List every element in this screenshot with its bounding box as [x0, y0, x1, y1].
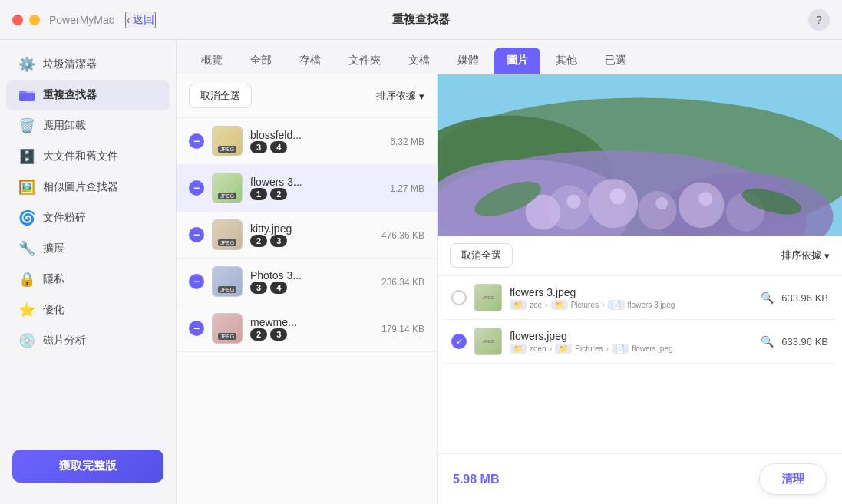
- total-size: 5.98 MB: [453, 473, 499, 486]
- content-body: 取消全選 排序依據 ▾ JPEG: [177, 74, 842, 504]
- list-item[interactable]: JPEG flowers 3... 1 2 1.27 MB: [177, 165, 437, 212]
- tab-other[interactable]: 其他: [543, 48, 589, 74]
- sort-button[interactable]: 排序依據 ▾: [376, 89, 424, 103]
- titlebar: PowerMyMac ‹ 返回 重複查找器 ?: [0, 0, 842, 40]
- list-item[interactable]: JPEG Photos 3... 3 4 236.34 KB: [177, 259, 437, 305]
- sidebar-item-app-uninstaller[interactable]: 🗑️ 應用卸載: [6, 110, 170, 141]
- list-item[interactable]: JPEG mewme... 2 3 179.14 KB: [177, 305, 437, 352]
- sidebar-item-similar-images[interactable]: 🖼️ 相似圖片查找器: [6, 172, 170, 203]
- sidebar-item-label: 擴展: [43, 242, 64, 255]
- tab-media[interactable]: 媒體: [445, 48, 491, 74]
- path-text: Pictures: [571, 301, 599, 309]
- chevron-left-icon: ‹: [127, 14, 130, 26]
- disk-icon: 💿: [18, 332, 35, 349]
- badge: 3: [270, 328, 287, 341]
- svg-point-15: [610, 189, 626, 205]
- file-info: flowers 3... 1 2: [250, 176, 382, 200]
- checkbox[interactable]: [451, 334, 467, 349]
- main-layout: ⚙️ 垃圾清潔器 重複查找器 🗑️ 應用卸載 🗄️ 大文件和舊文件 🖼️ 相似圖: [0, 40, 842, 504]
- preview-sort-button[interactable]: 排序依據 ▾: [781, 249, 830, 262]
- svg-point-10: [638, 191, 676, 229]
- path-segment: 📁: [555, 344, 572, 354]
- help-button[interactable]: ?: [808, 9, 830, 31]
- sidebar-item-privacy[interactable]: 🔒 隱私: [6, 264, 170, 295]
- sidebar-item-junk-cleaner[interactable]: ⚙️ 垃圾清潔器: [6, 49, 170, 80]
- svg-point-16: [655, 197, 668, 209]
- preview-list-item[interactable]: JPEG flowers.jpeg 📁 zoen › 📁 Pictures ›: [444, 320, 836, 364]
- chevron-down-icon: ▾: [824, 250, 830, 262]
- deselect-icon[interactable]: [189, 274, 204, 289]
- path-segment: 📄: [608, 300, 625, 310]
- preview-deselect-all-button[interactable]: 取消全選: [450, 243, 513, 268]
- tab-document[interactable]: 文檔: [396, 48, 442, 74]
- deselect-icon[interactable]: [189, 180, 204, 196]
- sidebar-item-label: 大文件和舊文件: [43, 150, 118, 163]
- sidebar-item-label: 隱私: [43, 272, 64, 286]
- tab-all[interactable]: 全部: [238, 48, 284, 74]
- deselect-icon[interactable]: [189, 133, 204, 149]
- file-name: flowers 3...: [250, 176, 382, 188]
- sidebar-item-large-files[interactable]: 🗄️ 大文件和舊文件: [6, 141, 170, 172]
- preview-thumbnail: JPEG: [474, 328, 502, 355]
- tab-overview[interactable]: 概覽: [189, 48, 235, 74]
- file-thumbnail: JPEG: [212, 126, 243, 156]
- tab-images[interactable]: 圖片: [494, 48, 540, 74]
- badge-group: 2 3: [250, 235, 374, 247]
- search-icon[interactable]: 🔍: [761, 292, 774, 304]
- tab-folder[interactable]: 文件夾: [336, 48, 393, 74]
- traffic-lights: [12, 15, 40, 25]
- folder-icon: [18, 87, 35, 104]
- sidebar-item-label: 垃圾清潔器: [43, 58, 97, 71]
- tab-archive[interactable]: 存檔: [287, 48, 333, 74]
- preview-panel: 取消全選 排序依據 ▾ JPEG flower: [438, 74, 842, 504]
- sidebar-item-disk-analysis[interactable]: 💿 磁片分析: [6, 325, 170, 356]
- file-size: 236.34 KB: [381, 277, 424, 288]
- minimize-button[interactable]: [29, 15, 40, 25]
- app-name: PowerMyMac: [49, 14, 114, 26]
- preview-image: [438, 74, 842, 236]
- sidebar-item-optimize[interactable]: ⭐ 優化: [6, 295, 170, 325]
- deselect-icon[interactable]: [189, 227, 204, 242]
- sidebar-item-extensions[interactable]: 🔧 擴展: [6, 233, 170, 264]
- back-button[interactable]: ‹ 返回: [125, 12, 157, 28]
- preview-file-info: flowers 3.jpeg 📁 zoe › 📁 Pictures › 📄 fl…: [510, 286, 753, 310]
- badge: 3: [270, 235, 287, 247]
- badge: 3: [250, 141, 267, 153]
- window-title: 重複查找器: [392, 12, 450, 27]
- preview-file-name: flowers.jpeg: [510, 330, 753, 342]
- list-item[interactable]: JPEG kitty.jpeg 2 3 476.36 KB: [177, 212, 437, 259]
- badge: 3: [250, 282, 267, 294]
- path-text: flowers.jpeg: [632, 344, 672, 353]
- file-thumbnail: JPEG: [212, 266, 243, 297]
- sidebar-item-duplicate-finder[interactable]: 重複查找器: [6, 80, 170, 110]
- path-text: zoen: [530, 344, 546, 353]
- checkbox[interactable]: [451, 290, 467, 305]
- svg-point-14: [566, 195, 580, 209]
- tab-selected[interactable]: 已選: [593, 48, 639, 74]
- path-text: zoe: [530, 301, 542, 309]
- list-item[interactable]: JPEG blossfeld... 3 4 6.32 MB: [177, 118, 437, 165]
- content-area: 概覽 全部 存檔 文件夾 文檔 媒體 圖片 其他 已選 取消全選 排序依據 ▾: [177, 40, 842, 504]
- preview-toolbar: 取消全選 排序依據 ▾: [438, 236, 842, 276]
- file-thumbnail: JPEG: [212, 219, 243, 250]
- search-icon[interactable]: 🔍: [761, 335, 774, 348]
- svg-point-9: [589, 179, 638, 228]
- file-info: blossfeld... 3 4: [250, 129, 382, 153]
- deselect-icon[interactable]: [189, 321, 204, 336]
- badge: 1: [250, 188, 267, 200]
- file-name: blossfeld...: [250, 129, 382, 141]
- file-info: Photos 3... 3 4: [250, 269, 374, 294]
- close-button[interactable]: [12, 15, 23, 25]
- sidebar-item-label: 應用卸載: [43, 119, 86, 133]
- deselect-all-button[interactable]: 取消全選: [189, 84, 252, 108]
- get-full-version-button[interactable]: 獲取完整版: [12, 450, 163, 483]
- preview-list-item[interactable]: JPEG flowers 3.jpeg 📁 zoe › 📁 Pictures ›: [444, 276, 836, 320]
- list-toolbar: 取消全選 排序依據 ▾: [177, 74, 437, 118]
- preview-file-list: JPEG flowers 3.jpeg 📁 zoe › 📁 Pictures ›: [438, 276, 842, 453]
- sidebar-item-shredder[interactable]: 🌀 文件粉碎: [6, 203, 170, 233]
- badge: 2: [270, 188, 287, 200]
- tab-bar: 概覽 全部 存檔 文件夾 文檔 媒體 圖片 其他 已選: [177, 40, 842, 74]
- file-info: mewme... 2 3: [250, 316, 374, 341]
- path-segment: 📁: [510, 300, 527, 310]
- clean-button[interactable]: 清理: [759, 463, 827, 495]
